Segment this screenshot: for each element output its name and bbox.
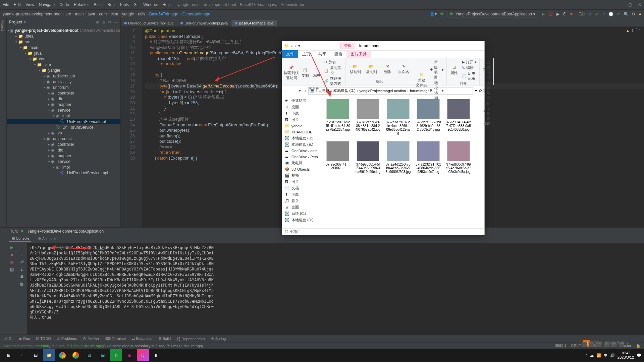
copyto-button[interactable]: 📂复制到 <box>365 59 378 79</box>
intellij-icon[interactable]: IJ <box>137 349 149 361</box>
qat-dropdown-icon[interactable]: ▾ <box>298 44 300 48</box>
delete-button[interactable]: ✖删除 <box>381 59 394 79</box>
editor-tab[interactable]: UniProductServiceImpl.java <box>121 20 177 26</box>
status-item[interactable]: 3590:1 <box>555 344 567 348</box>
tool-dependencies[interactable]: ⛓ Dependencies <box>177 337 205 341</box>
copy-button[interactable]: 📋复制 <box>301 59 310 86</box>
refresh-icon[interactable]: ⟳ <box>479 88 482 93</box>
file-item[interactable]: 37-5978b814-5f73-49a8-9998-3da6f919c99e.… <box>355 141 381 174</box>
debug-icon[interactable]: 🐞 <box>548 12 553 16</box>
tree-item[interactable]: ▸◉controller <box>7 90 120 96</box>
menu-navigate[interactable]: Navigate <box>39 2 55 7</box>
manage-tab[interactable]: 管理 <box>340 43 355 49</box>
hide-icon[interactable]: — <box>114 20 118 24</box>
file-item[interactable]: 35-5d75d131-9e45-4f1a-be54-39ae78a12684.… <box>325 99 351 135</box>
edit-button[interactable]: ✎ 编辑 <box>462 65 477 71</box>
path-segment[interactable]: 此电脑 <box>319 88 330 93</box>
app-icon[interactable]: ◉ <box>123 349 136 361</box>
run-tab[interactable]: ▤ Console <box>9 236 31 242</box>
file-item[interactable]: 37-a24d1250-75bb-4eba-9d36-55b99803f603.… <box>385 141 411 174</box>
search-button[interactable]: ○ <box>16 349 28 361</box>
nav-item[interactable]: 📦3D Objects <box>282 166 322 172</box>
lock-icon[interactable]: 🔒 <box>636 344 641 348</box>
breadcrumb-item[interactable]: yangle <box>122 12 134 16</box>
open-button[interactable]: ▶ 打开 ▾ <box>462 59 477 65</box>
tree-item[interactable]: ⒸUniForumServiceImpl <box>7 119 120 124</box>
stop-icon[interactable]: ■ <box>570 12 573 16</box>
search-icon[interactable]: 🔍 <box>624 12 629 16</box>
nav-item[interactable]: 📄文档 <box>282 185 322 191</box>
tree-item[interactable]: ⒾUniForumService <box>7 124 120 130</box>
nav-item[interactable]: 💻此电脑 <box>282 160 322 166</box>
menu-refactor[interactable]: Refactor <box>74 2 89 7</box>
nav-item[interactable]: 📁yangle <box>282 123 322 129</box>
git-push-icon[interactable]: ↗ <box>602 12 605 16</box>
run-config-selector[interactable]: ⯈ YangleProjectDevelopmentBootApplicatio… <box>447 11 538 17</box>
file-item[interactable]: 37-29c087-41…a0b07… <box>325 141 351 174</box>
tool-todo[interactable]: ☑ TODO <box>36 337 51 341</box>
editor-tab[interactable]: Base64ToImage.java <box>231 20 277 26</box>
breadcrumb-item[interactable]: src <box>65 12 71 16</box>
selectall-button[interactable]: ☑ 全部选择 <box>482 59 491 80</box>
nav-item[interactable]: 🖥桌面 <box>282 104 322 110</box>
file-item[interactable]: 37-2fb2c038-3bd8-4629-ba9e-882f8503c84b.… <box>416 99 441 135</box>
nav-item[interactable]: 💽本地磁盘 (D:) <box>282 135 322 141</box>
menu-code[interactable]: Code <box>59 2 69 7</box>
stop-icon[interactable]: ■ <box>10 252 13 257</box>
breadcrumb-item[interactable]: utils <box>138 12 145 16</box>
tool-terminal[interactable]: ⌨ Terminal <box>105 337 125 341</box>
minimize-icon[interactable]: — <box>618 2 622 7</box>
ribbon-tab-share[interactable]: 共享 <box>314 50 330 58</box>
path-segment[interactable]: yangleProjectImageLocation <box>359 89 406 93</box>
path-segment[interactable]: 本地磁盘 (D:) <box>333 88 355 93</box>
tree-item[interactable]: ▾◉impl <box>7 164 120 170</box>
menu-view[interactable]: View <box>25 2 34 7</box>
chrome-icon[interactable] <box>70 349 82 361</box>
breadcrumb-item[interactable]: java <box>88 12 95 16</box>
qat-icon[interactable]: ▫ <box>291 44 292 48</box>
forward-icon[interactable]: → <box>291 88 296 93</box>
git-rollback-icon[interactable]: ↶ <box>617 12 620 16</box>
tree-root[interactable]: ▾▣yangle-project-development-boot C:\Use… <box>7 27 120 33</box>
menu-tools[interactable]: Tools <box>119 2 129 7</box>
ide-settings-icon[interactable]: ⚙ <box>632 12 636 16</box>
menu-run[interactable]: Run <box>107 2 115 7</box>
tree-item[interactable]: ▸◉controller <box>7 141 120 147</box>
file-item[interactable]: 37-a1232fe1-ff01-4080-b2da-5369853ca9c7.… <box>416 141 441 174</box>
tree-item[interactable]: ⒸUniProductServiceImpl <box>7 170 120 176</box>
ribbon-tab-home[interactable]: 主页 <box>298 50 314 58</box>
ime-icon[interactable]: 中 <box>604 353 607 358</box>
explorer-nav[interactable]: ★快速访问🖥桌面⬇下载🖼图片📁yangle📁YUANCODE💽本地磁盘 (D:)… <box>282 96 322 228</box>
volume-icon[interactable]: 🔊 <box>610 353 615 358</box>
up-icon[interactable]: ↑ <box>304 88 306 93</box>
nav-item[interactable]: 🎬视频 <box>282 172 322 179</box>
tree-item[interactable]: ▸◉mapper <box>7 153 120 159</box>
tool-build[interactable]: ⚒ Build <box>158 337 171 341</box>
nav-item[interactable]: ☁OneDrive - aetc <box>282 148 322 154</box>
app-icon[interactable]: ▦ <box>83 349 95 361</box>
ribbon-tab-view[interactable]: 查看 <box>330 50 346 58</box>
wifi-icon[interactable]: 📶 <box>596 353 601 358</box>
addr-dropdown-icon[interactable]: ▾ <box>475 88 477 93</box>
tray-chevron-icon[interactable]: ˄ <box>585 353 587 358</box>
tree-item[interactable]: ▾📁com <box>7 56 120 62</box>
pin-button[interactable]: 📌固定到快 速访问 <box>285 59 298 86</box>
scroll-icon[interactable]: ⤓ <box>20 267 23 272</box>
app-icon[interactable]: ▣ <box>97 349 109 361</box>
console-text[interactable]: iKk7Ygnqpmck4/JUOYaBEAqOQC2UzkGd0hkc58kE… <box>27 243 644 335</box>
nav-item[interactable]: 🖼图片 <box>282 179 322 185</box>
menu-edit[interactable]: Edit <box>14 2 21 7</box>
explorer-window[interactable]: 📁 ▫ ▫ ▾ 管理 forumImage 文件 主页 共享 查看 图片工具 📌… <box>282 41 485 235</box>
clock-time[interactable]: 10:42 <box>618 351 634 355</box>
tray-dot[interactable] <box>582 342 587 347</box>
file-item[interactable]: 35-078ccdd8-8638-4881-b83d-24f07657ad42.… <box>355 99 381 135</box>
exit-icon[interactable]: ⏏ <box>10 260 14 264</box>
clock-date[interactable]: 2023/3/12 <box>618 355 634 360</box>
user-icon[interactable]: 👤▾ <box>430 12 437 16</box>
up-icon[interactable]: ↑ <box>21 245 23 250</box>
profile-icon[interactable]: ⏱ <box>563 12 567 16</box>
nav-item[interactable]: 🖼图片 <box>282 117 322 123</box>
down-icon[interactable]: ↓ <box>21 252 23 257</box>
tree-item[interactable]: ▾📁yangle <box>7 67 120 73</box>
explorer-taskbar-icon[interactable]: 📁 <box>43 349 55 361</box>
